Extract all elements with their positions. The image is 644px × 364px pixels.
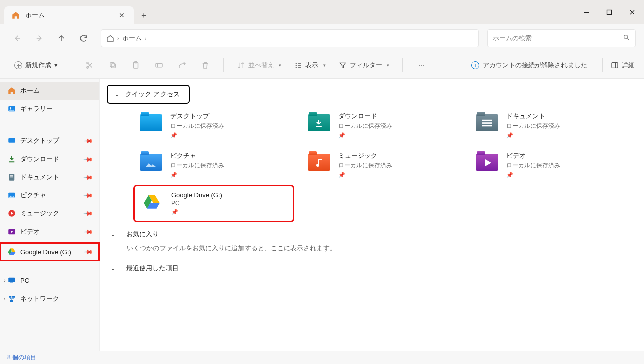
sort-label: 並べ替え bbox=[248, 61, 274, 70]
new-button[interactable]: 新規作成 ▾ bbox=[9, 58, 63, 72]
qa-item-documents[interactable]: ドキュメントローカルに保存済み📌 bbox=[471, 108, 629, 143]
more-button[interactable]: ⋯ bbox=[411, 56, 431, 75]
separator bbox=[71, 58, 71, 72]
pin-icon: 📌 bbox=[83, 190, 94, 201]
pin-icon: 📌 bbox=[338, 172, 392, 178]
view-label: 表示 bbox=[305, 61, 318, 70]
sidebar-item-home[interactable]: ホーム bbox=[0, 82, 99, 100]
home-outline-icon bbox=[106, 34, 114, 42]
pin-icon: 📌 bbox=[83, 136, 94, 147]
svg-rect-10 bbox=[612, 62, 618, 68]
section-recent[interactable]: ⌄ 最近使用した項目 bbox=[107, 259, 183, 276]
content-area: ⌄ クイック アクセス デスクトップローカルに保存済み📌 ダウンロードローカルに… bbox=[100, 79, 644, 351]
account-status[interactable]: i アカウントの接続が解除されました bbox=[471, 61, 587, 70]
home-icon bbox=[11, 11, 20, 20]
details-icon bbox=[611, 61, 619, 69]
pin-icon: 📌 bbox=[506, 132, 560, 139]
chevron-down-icon: ▾ bbox=[387, 63, 389, 68]
sidebar-item-label: ギャラリー bbox=[20, 104, 53, 113]
rename-icon bbox=[154, 61, 164, 70]
breadcrumb-bar[interactable]: › ホーム › bbox=[101, 29, 479, 47]
trash-icon bbox=[201, 61, 210, 70]
tab-home[interactable]: ホーム ✕ bbox=[4, 6, 134, 24]
sidebar-item-network[interactable]: › ネットワーク bbox=[0, 289, 99, 308]
sidebar-item-music[interactable]: ミュージック 📌 bbox=[0, 204, 99, 223]
pin-icon: 📌 bbox=[338, 132, 392, 139]
favorites-empty-text: いくつかのファイルをお気に入りに追加すると、ここに表示されます。 bbox=[107, 242, 637, 259]
chevron-down-icon: ⌄ bbox=[111, 265, 115, 272]
share-icon bbox=[178, 61, 187, 70]
sidebar-item-pc[interactable]: › PC bbox=[0, 271, 99, 289]
details-label: 詳細 bbox=[622, 61, 635, 70]
sidebar-item-videos[interactable]: ビデオ 📌 bbox=[0, 223, 99, 241]
refresh-button[interactable] bbox=[74, 29, 93, 47]
delete-button[interactable] bbox=[195, 56, 215, 75]
back-button[interactable] bbox=[8, 29, 26, 47]
share-button[interactable] bbox=[172, 56, 192, 75]
minimize-button[interactable] bbox=[575, 4, 598, 20]
pin-icon: 📌 bbox=[83, 154, 94, 165]
folder-icon bbox=[475, 113, 499, 133]
section-label: お気に入り bbox=[126, 230, 159, 239]
details-pane-button[interactable]: 詳細 bbox=[611, 61, 635, 70]
separator bbox=[223, 58, 224, 72]
status-text: アカウントの接続が解除されました bbox=[482, 61, 587, 70]
sidebar-item-documents[interactable]: ドキュメント 📌 bbox=[0, 168, 99, 186]
toolbar: 新規作成 ▾ 並べ替え ▾ 表示 ▾ フィルター ▾ ⋯ i アカウントの接続が… bbox=[0, 52, 644, 79]
copy-icon bbox=[108, 61, 117, 70]
sidebar-item-pictures[interactable]: ピクチャ 📌 bbox=[0, 186, 99, 204]
sidebar-item-google-drive[interactable]: Google Drive (G:) 📌 bbox=[0, 243, 99, 261]
qa-item-videos[interactable]: ビデオローカルに保存済み📌 bbox=[471, 147, 629, 182]
sidebar-item-desktop[interactable]: デスクトップ 📌 bbox=[0, 132, 99, 150]
gallery-icon bbox=[7, 104, 16, 113]
section-favorites[interactable]: ⌄ お気に入り bbox=[107, 225, 163, 242]
svg-rect-5 bbox=[111, 64, 115, 68]
video-icon bbox=[7, 227, 16, 236]
sidebar-item-label: ドキュメント bbox=[20, 173, 59, 182]
google-drive-icon bbox=[140, 192, 164, 212]
svg-rect-25 bbox=[10, 300, 13, 302]
sidebar: ホーム ギャラリー デスクトップ 📌 ダウンロード 📌 ドキュメント 📌 ピクチ… bbox=[0, 79, 100, 351]
separator bbox=[403, 58, 403, 72]
chevron-down-icon: ⌄ bbox=[115, 91, 119, 98]
paste-button[interactable] bbox=[126, 56, 146, 75]
svg-rect-22 bbox=[10, 283, 13, 284]
search-input[interactable]: ホームの検索 bbox=[487, 29, 636, 47]
svg-rect-9 bbox=[156, 63, 162, 67]
cut-button[interactable] bbox=[79, 56, 100, 75]
tab-close-button[interactable]: ✕ bbox=[117, 11, 127, 19]
close-button[interactable] bbox=[621, 4, 644, 20]
sort-dropdown[interactable]: 並べ替え ▾ bbox=[232, 58, 286, 72]
forward-button[interactable] bbox=[30, 29, 48, 47]
up-button[interactable] bbox=[52, 29, 70, 47]
plus-circle-icon bbox=[14, 61, 22, 69]
qa-item-downloads[interactable]: ダウンロードローカルに保存済み📌 bbox=[303, 108, 461, 143]
pin-icon: 📌 bbox=[171, 209, 222, 215]
scissors-icon bbox=[85, 61, 94, 70]
sidebar-item-gallery[interactable]: ギャラリー bbox=[0, 100, 99, 118]
sidebar-item-downloads[interactable]: ダウンロード 📌 bbox=[0, 150, 99, 168]
tab-title: ホーム bbox=[25, 11, 45, 20]
network-icon bbox=[7, 294, 16, 303]
folder-icon bbox=[307, 152, 331, 172]
pin-icon: 📌 bbox=[83, 247, 94, 257]
qa-item-google-drive[interactable]: Google Drive (G:)PC📌 bbox=[135, 186, 293, 221]
filter-icon bbox=[339, 61, 347, 69]
sidebar-item-label: ピクチャ bbox=[20, 191, 46, 200]
new-tab-button[interactable]: ＋ bbox=[134, 6, 154, 24]
maximize-button[interactable] bbox=[598, 4, 621, 20]
filter-label: フィルター bbox=[350, 61, 382, 70]
filter-dropdown[interactable]: フィルター ▾ bbox=[334, 58, 394, 72]
download-icon bbox=[7, 155, 16, 164]
qa-item-desktop[interactable]: デスクトップローカルに保存済み📌 bbox=[135, 108, 293, 143]
qa-item-pictures[interactable]: ピクチャローカルに保存済み📌 bbox=[135, 147, 293, 182]
main-area: ホーム ギャラリー デスクトップ 📌 ダウンロード 📌 ドキュメント 📌 ピクチ… bbox=[0, 79, 644, 351]
view-dropdown[interactable]: 表示 ▾ bbox=[289, 58, 331, 72]
qa-item-music[interactable]: ミュージックローカルに保存済み📌 bbox=[303, 147, 461, 182]
rename-button[interactable] bbox=[149, 56, 169, 75]
chevron-down-icon: ▾ bbox=[323, 63, 326, 68]
folder-icon bbox=[475, 152, 499, 172]
section-quick-access[interactable]: ⌄ クイック アクセス bbox=[107, 85, 190, 104]
copy-button[interactable] bbox=[103, 56, 123, 75]
item-count: 8 個の項目 bbox=[7, 353, 36, 362]
